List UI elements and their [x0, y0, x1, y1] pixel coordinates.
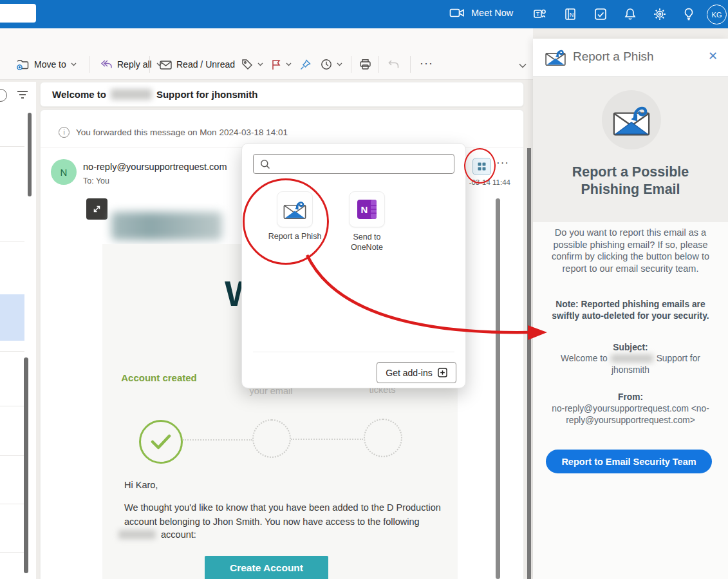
list-separator: [0, 504, 24, 504]
tag-icon: [241, 59, 253, 70]
video-camera-icon: [449, 7, 465, 19]
avatar[interactable]: KG: [707, 5, 727, 24]
meet-now-button[interactable]: Meet Now: [449, 7, 513, 19]
list-separator: [0, 351, 24, 352]
command-toolbar: [0, 28, 533, 80]
sender-initial: N: [61, 167, 68, 178]
chevron-down-icon: [286, 62, 292, 66]
blurred-logo: [111, 212, 222, 240]
undo-icon: [387, 59, 400, 70]
flag-icon: [271, 59, 281, 70]
list-separator: [0, 406, 24, 406]
recipient-line[interactable]: To: You: [83, 176, 109, 185]
step-connector: [183, 439, 252, 441]
categorize-button[interactable]: [241, 55, 263, 74]
para-line3: account:: [118, 529, 196, 540]
flag-button[interactable]: [271, 55, 292, 74]
forward-notice-text: You forwarded this message on Mon 2024-0…: [76, 128, 288, 137]
expand-button[interactable]: [86, 198, 107, 220]
check-icon: [150, 433, 172, 450]
panel-subject-pre: Welcome to: [561, 354, 608, 363]
para-line3-suffix: account:: [161, 529, 196, 540]
list-scrollbar-thumb[interactable]: [28, 113, 32, 196]
more-dots-icon: ···: [496, 157, 509, 169]
settings-gear-icon[interactable]: [653, 7, 667, 21]
more-dots-icon: ···: [420, 57, 433, 70]
addins-search[interactable]: [253, 154, 454, 174]
redacted-word: [118, 530, 156, 539]
list-separator: [0, 455, 24, 456]
add-plus-icon: [438, 368, 447, 377]
print-button[interactable]: [359, 55, 371, 74]
chevron-down-icon: [337, 62, 342, 66]
chevron-down-icon: [71, 62, 77, 66]
forward-notice: i You forwarded this message on Mon 2024…: [59, 127, 288, 138]
search-box[interactable]: [0, 4, 36, 23]
meet-now-label: Meet Now: [471, 8, 513, 18]
get-addins-button[interactable]: Get add-ins: [377, 362, 456, 383]
report-a-phish-icon: [545, 48, 566, 66]
message-more-button[interactable]: ···: [496, 157, 509, 169]
envelope-icon: [160, 60, 172, 70]
reply-all-label: Reply all: [117, 59, 152, 70]
teams-icon[interactable]: T: [533, 7, 547, 21]
reply-all-button[interactable]: Reply all: [100, 55, 162, 74]
clock-icon: [321, 59, 332, 70]
pin-icon: [300, 59, 311, 70]
toolbar-separator: [351, 56, 351, 73]
panel-close-icon[interactable]: ✕: [708, 49, 718, 63]
expand-diagonal-icon: [92, 204, 102, 214]
more-options-button[interactable]: ···: [420, 53, 433, 73]
panel-scrollbar[interactable]: [527, 148, 531, 579]
addin-send-to-onenote[interactable]: N Send to OneNote: [332, 191, 402, 252]
step-3-circle: [364, 419, 402, 457]
panel-subject-mid: Support for: [657, 354, 700, 363]
printer-icon: [359, 59, 371, 70]
selected-list-item[interactable]: [0, 294, 24, 341]
redacted-subject-word: [111, 89, 152, 100]
svg-text:N: N: [570, 12, 574, 18]
onenote-icon[interactable]: N: [563, 7, 577, 21]
create-account-label: Create Account: [230, 562, 303, 579]
move-to-label: Move to: [34, 59, 66, 70]
create-account-button[interactable]: Create Account: [205, 556, 328, 579]
reading-pane-scrollbar[interactable]: [496, 198, 500, 579]
sender-avatar[interactable]: N: [51, 159, 77, 185]
annotation-circle-addins-button: [464, 148, 496, 184]
sender-email[interactable]: no-reply@yoursupportrequest.com: [83, 162, 227, 172]
annotation-circle-report-phish: [243, 178, 329, 265]
step-2-circle: [252, 419, 291, 458]
search-icon: [260, 159, 270, 169]
step-connector: [291, 439, 363, 440]
read-unread-button[interactable]: Read / Unread: [160, 55, 235, 74]
bell-icon[interactable]: [623, 7, 637, 21]
panel-heading: Report a Possible Phishing Email: [533, 164, 728, 198]
toolbar-separator: [378, 56, 379, 73]
toolbar-separator: [410, 56, 411, 73]
svg-text:T: T: [536, 11, 540, 17]
toolbar-separator: [149, 56, 150, 73]
snooze-button[interactable]: [321, 55, 342, 74]
undo-button[interactable]: [387, 55, 400, 74]
subject-bar: Welcome to Support for jhonsmith: [40, 82, 524, 107]
svg-text:N: N: [361, 204, 368, 215]
panel-from-value: no-reply@yoursupportrequest.com <no-repl…: [539, 403, 722, 426]
addins-search-input[interactable]: [275, 155, 449, 173]
pane-chevron-down-icon[interactable]: [519, 63, 527, 68]
popup-divider: [253, 352, 454, 352]
outlook-window: Meet Now T N KG: [0, 0, 728, 579]
reply-all-icon: [100, 59, 113, 70]
onenote-addin-icon: N: [349, 191, 385, 227]
panel-title: Report a Phish: [573, 50, 654, 64]
list-scrollbar-thumb-lower[interactable]: [24, 357, 28, 573]
panel-subject-label: Subject:: [533, 343, 728, 352]
move-to-button[interactable]: Move to: [17, 55, 77, 74]
pin-button[interactable]: [300, 55, 311, 74]
lightbulb-icon[interactable]: [682, 7, 696, 21]
filter-icon[interactable]: [17, 90, 28, 99]
panel-paragraph: Do you want to report this email as a po…: [539, 227, 722, 274]
subject-prefix: Welcome to: [52, 89, 106, 100]
read-unread-label: Read / Unread: [176, 59, 235, 70]
report-to-security-button[interactable]: Report to Email Security Team: [546, 450, 712, 473]
todo-icon[interactable]: [593, 7, 608, 21]
